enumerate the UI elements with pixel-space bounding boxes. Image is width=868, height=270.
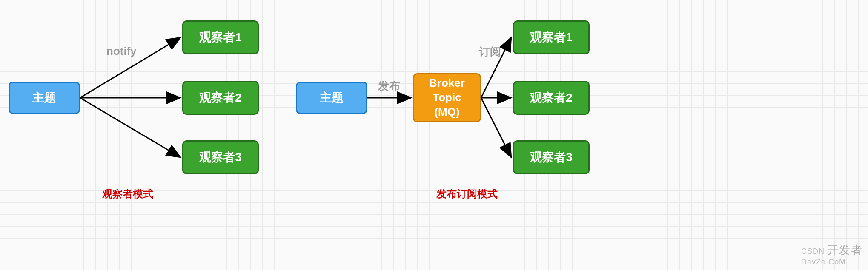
publish-label: 发布: [378, 79, 400, 94]
watermark-big: 开发者: [827, 244, 863, 256]
subscribe-label: 订阅: [479, 45, 501, 60]
subject-box-left: 主题: [9, 82, 80, 114]
observer-box-1-left: 观察者1: [182, 20, 259, 54]
observer-box-2-left: 观察者2: [182, 81, 259, 115]
svg-line-3: [80, 98, 180, 157]
observer-box-3-left: 观察者3: [182, 140, 259, 174]
broker-box: Broker Topic (MQ): [413, 73, 481, 122]
watermark-small: CSDN: [801, 247, 825, 256]
watermark: CSDN 开发者 DevZe.CoM: [801, 243, 863, 267]
notify-label: notify: [106, 45, 137, 58]
subject-box-right: 主题: [296, 82, 367, 114]
observer-box-2-right: 观察者2: [513, 81, 590, 115]
svg-line-7: [481, 98, 511, 157]
arrows-layer: [0, 0, 868, 270]
observer-box-3-right: 观察者3: [513, 140, 590, 174]
watermark-tail: DevZe.CoM: [801, 258, 846, 266]
caption-left: 观察者模式: [102, 187, 153, 201]
caption-right: 发布订阅模式: [436, 187, 498, 201]
observer-box-1-right: 观察者1: [513, 20, 590, 54]
